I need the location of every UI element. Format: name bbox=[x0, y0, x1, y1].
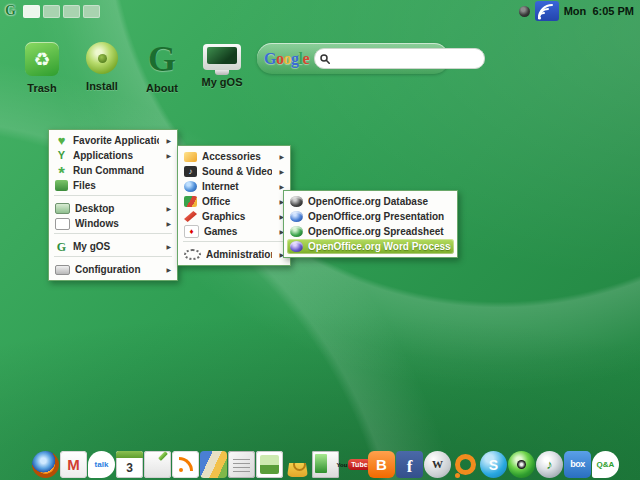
google-logo-letter: G bbox=[264, 50, 276, 67]
desktop-icon-install[interactable]: Install bbox=[72, 42, 132, 94]
menu-item-accessories[interactable]: Accessories▶ bbox=[181, 149, 287, 164]
dock-google-news-icon[interactable] bbox=[228, 451, 255, 478]
submenu-arrow-icon: ▶ bbox=[166, 205, 171, 212]
main-menu: ♥Favorite Applications▶YApplications▶*Ru… bbox=[48, 129, 178, 281]
my-gos-icon: G bbox=[55, 241, 68, 253]
youtube-text: You bbox=[336, 462, 347, 468]
menu-item-label: Games bbox=[204, 226, 272, 237]
blogger-glyph: B bbox=[376, 457, 387, 472]
oo-database-icon bbox=[290, 196, 303, 207]
menu-item-games[interactable]: ♦Games▶ bbox=[181, 224, 287, 239]
applications-icon: Y bbox=[55, 150, 68, 162]
gos-menu-logo-icon[interactable]: G bbox=[5, 3, 16, 19]
menu-item-label: Graphics bbox=[202, 211, 272, 222]
windows-icon bbox=[55, 218, 70, 230]
facebook-glyph: f bbox=[407, 458, 413, 475]
menu-item-label: Administration bbox=[206, 249, 272, 260]
menu-item-internet[interactable]: Internet▶ bbox=[181, 179, 287, 194]
menu-item-administration[interactable]: Administration▶ bbox=[181, 247, 287, 262]
dock-gos-apps-icon[interactable] bbox=[312, 451, 339, 478]
dock-google-talk-icon[interactable]: talk bbox=[88, 451, 115, 478]
applications-submenu: Accessories▶♪Sound & Video▶Internet▶Offi… bbox=[177, 145, 291, 266]
network-wifi-icon[interactable] bbox=[535, 1, 559, 21]
dock-google-shopping-icon[interactable] bbox=[287, 459, 308, 477]
rhythmbox-glyph: ♪ bbox=[546, 458, 553, 471]
dock-google-photos-icon[interactable] bbox=[256, 451, 283, 478]
menu-item-office[interactable]: Office▶ bbox=[181, 194, 287, 209]
search-box[interactable] bbox=[314, 48, 485, 69]
menu-item-label: Applications bbox=[73, 150, 159, 161]
dock-youtube-icon[interactable]: YouTube bbox=[340, 451, 367, 478]
mygos-icon bbox=[203, 44, 241, 70]
graphics-icon bbox=[184, 211, 197, 222]
menu-item-files[interactable]: Files bbox=[52, 178, 174, 193]
games-icon: ♦ bbox=[184, 225, 199, 238]
menu-item-label: Office bbox=[202, 196, 272, 207]
workspace-2[interactable] bbox=[43, 5, 60, 18]
menu-item-oo-database[interactable]: OpenOffice.org Database bbox=[287, 194, 454, 209]
office-submenu: OpenOffice.org DatabaseOpenOffice.org Pr… bbox=[283, 190, 458, 258]
dock-xine-icon[interactable] bbox=[508, 451, 535, 478]
menu-item-favorite-applications[interactable]: ♥Favorite Applications▶ bbox=[52, 133, 174, 148]
dock-wikipedia-icon[interactable]: W bbox=[424, 451, 451, 478]
dock-google-reader-icon[interactable] bbox=[172, 451, 199, 478]
google-logo: Google bbox=[264, 51, 309, 67]
menu-item-label: Run Command bbox=[73, 165, 171, 176]
menu-item-label: My gOS bbox=[73, 241, 159, 252]
system-tray: Mon 6:05 PM bbox=[519, 0, 634, 22]
submenu-arrow-icon: ▶ bbox=[166, 266, 171, 273]
desktop-icon-about[interactable]: GAbout bbox=[132, 42, 192, 94]
dock-gmail-icon[interactable]: M bbox=[60, 451, 87, 478]
menu-item-label: OpenOffice.org Presentation bbox=[308, 211, 451, 222]
dock-firefox-icon[interactable] bbox=[32, 451, 59, 478]
workspace-4[interactable] bbox=[83, 5, 100, 18]
wikipedia-glyph: W bbox=[432, 459, 443, 470]
desktop-icon-mygos[interactable]: My gOS bbox=[192, 42, 252, 94]
dock-skype-icon[interactable]: S bbox=[480, 451, 507, 478]
dock-meebo-icon[interactable] bbox=[452, 451, 479, 478]
dock-blogger-icon[interactable]: B bbox=[368, 451, 395, 478]
menu-item-graphics[interactable]: Graphics▶ bbox=[181, 209, 287, 224]
menu-item-configuration[interactable]: Configuration▶ bbox=[52, 262, 174, 277]
menu-item-my-gos[interactable]: GMy gOS▶ bbox=[52, 239, 174, 254]
sound-video-icon: ♪ bbox=[184, 166, 197, 177]
dock-faqly-icon[interactable]: Q&A bbox=[592, 451, 619, 478]
oo-spreadsheet-icon bbox=[290, 226, 303, 237]
menu-item-windows[interactable]: Windows▶ bbox=[52, 216, 174, 231]
menu-separator bbox=[183, 241, 285, 245]
google-logo-letter: o bbox=[283, 50, 291, 67]
about-icon: G bbox=[145, 42, 179, 76]
workspace-3[interactable] bbox=[63, 5, 80, 18]
menu-item-oo-spreadsheet[interactable]: OpenOffice.org Spreadsheet bbox=[287, 224, 454, 239]
dock-rhythmbox-icon[interactable]: ♪ bbox=[536, 451, 563, 478]
menu-item-run-command[interactable]: *Run Command bbox=[52, 163, 174, 178]
dock-google-maps-icon[interactable] bbox=[200, 451, 227, 478]
volume-icon[interactable] bbox=[519, 6, 530, 17]
menu-item-label: OpenOffice.org Word Processor bbox=[308, 241, 451, 252]
workspace-1[interactable] bbox=[23, 5, 40, 18]
workspace-pager[interactable] bbox=[23, 5, 100, 18]
office-icon bbox=[184, 196, 197, 207]
dock-facebook-icon[interactable]: f bbox=[396, 451, 423, 478]
desktop-icon-label: About bbox=[146, 82, 178, 94]
oo-presentation-icon bbox=[290, 211, 303, 222]
menu-separator bbox=[54, 256, 172, 260]
desktop-icon bbox=[55, 203, 70, 214]
menu-item-desktop[interactable]: Desktop▶ bbox=[52, 201, 174, 216]
menu-item-label: Windows bbox=[75, 218, 159, 229]
search-input[interactable] bbox=[333, 51, 479, 67]
menu-item-applications[interactable]: YApplications▶ bbox=[52, 148, 174, 163]
menu-item-label: Internet bbox=[202, 181, 272, 192]
submenu-arrow-icon: ▶ bbox=[166, 152, 171, 159]
menu-item-sound-video[interactable]: ♪Sound & Video▶ bbox=[181, 164, 287, 179]
dock-box-icon[interactable]: box bbox=[564, 451, 591, 478]
run-command-icon: * bbox=[55, 162, 68, 180]
faqly-glyph: Q&A bbox=[597, 461, 615, 469]
menu-item-oo-word-processor[interactable]: OpenOffice.org Word Processor bbox=[287, 239, 454, 254]
dock-google-calendar-icon[interactable]: 3 bbox=[116, 451, 143, 478]
wifi-arcs bbox=[535, 1, 559, 21]
oo-word-processor-icon bbox=[290, 241, 303, 252]
menu-item-oo-presentation[interactable]: OpenOffice.org Presentation bbox=[287, 209, 454, 224]
dock-google-docs-icon[interactable] bbox=[144, 451, 171, 478]
desktop-icon-trash[interactable]: ♻Trash bbox=[12, 42, 72, 94]
